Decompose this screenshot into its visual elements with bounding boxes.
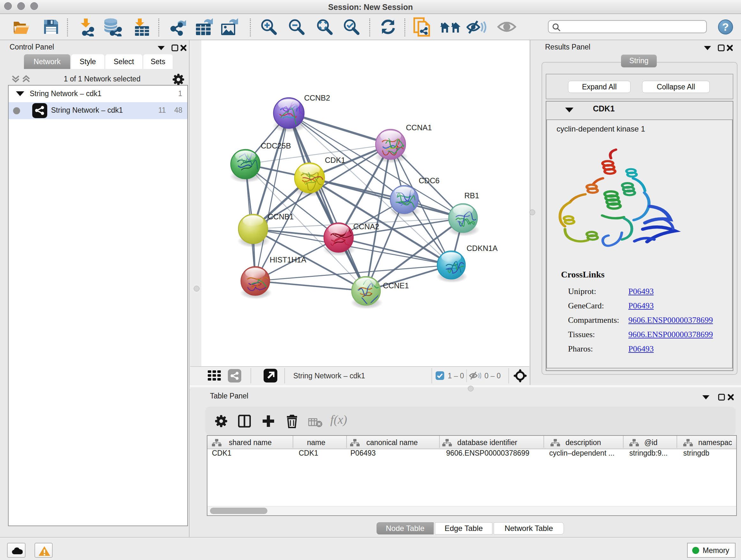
- svg-text:CDKN1A: CDKN1A: [467, 244, 497, 253]
- svg-text:CCNA2: CCNA2: [353, 222, 379, 231]
- svg-text:HIST1H1A: HIST1H1A: [270, 255, 307, 264]
- svg-text:RB1: RB1: [464, 191, 479, 200]
- svg-text:CCNB2: CCNB2: [304, 94, 330, 102]
- svg-text:CCNB1: CCNB1: [268, 212, 293, 221]
- svg-text:CCNE1: CCNE1: [383, 281, 409, 290]
- svg-text:CCNA1: CCNA1: [406, 123, 432, 132]
- svg-text:CDC25B: CDC25B: [261, 141, 291, 150]
- svg-text:CDC6: CDC6: [419, 176, 440, 185]
- svg-text:CDK1: CDK1: [325, 156, 345, 165]
